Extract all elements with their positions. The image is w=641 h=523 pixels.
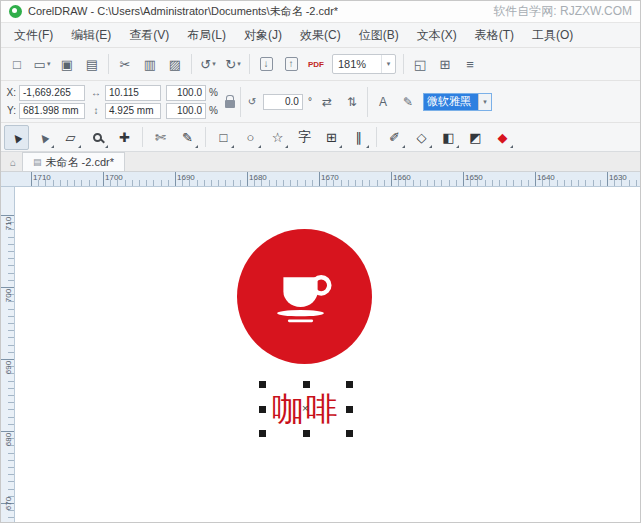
home-icon[interactable]: ⌂ xyxy=(4,153,22,171)
mirror-vertical-button[interactable]: ⇅ xyxy=(342,92,362,112)
menu-tools[interactable]: 工具(O) xyxy=(523,23,582,47)
smart-fill-tool-button[interactable]: ◩ xyxy=(463,125,488,150)
chevron-down-icon[interactable]: ▾ xyxy=(478,94,491,110)
menu-file[interactable]: 文件(F) xyxy=(5,23,62,47)
selected-text-object[interactable]: 咖啡 × xyxy=(263,385,349,433)
menu-bar: 文件(F) 编辑(E) 查看(V) 布局(L) 对象(J) 效果(C) 位图(B… xyxy=(1,23,640,48)
ruler-tick-label: 1630 xyxy=(609,173,627,182)
import-button[interactable]: ↓ xyxy=(254,52,278,76)
zoom-level-select[interactable]: 181% ▾ xyxy=(332,54,396,74)
menu-layout[interactable]: 布局(L) xyxy=(178,23,235,47)
font-list-select[interactable]: 微软雅黑 ▾ xyxy=(423,93,492,111)
vertical-ruler[interactable]: 710 700 690 680 670 xyxy=(1,187,15,523)
scale-y-input[interactable]: 100.0 xyxy=(166,103,206,119)
fullscreen-preview-button[interactable]: ◱ xyxy=(408,52,432,76)
copy-button[interactable]: ▥ xyxy=(138,52,162,76)
zoom-tool-button[interactable] xyxy=(85,125,110,150)
parallel-line-tool-button[interactable]: ∥ xyxy=(346,125,371,150)
ruler-tick-label: 690 xyxy=(4,359,13,377)
show-grid-button[interactable]: ⊞ xyxy=(433,52,457,76)
propbar-separator xyxy=(240,87,241,117)
mirror-horizontal-button[interactable]: ⇄ xyxy=(317,92,337,112)
x-position-input[interactable]: -1,669.265 mm xyxy=(19,85,85,101)
save-floppy-icon: ▣ xyxy=(61,57,73,72)
fill-color-tool-button[interactable]: ◆ xyxy=(490,125,515,150)
ellipse-tool-button[interactable]: ○ xyxy=(238,125,263,150)
coffee-cup-icon xyxy=(260,252,350,342)
ruler-tick-label: 1680 xyxy=(249,173,267,182)
selection-handle[interactable] xyxy=(259,381,266,388)
object-width-input[interactable]: 10.115 mm xyxy=(105,85,161,101)
ruler-tick-label: 1690 xyxy=(177,173,195,182)
menu-view[interactable]: 查看(V) xyxy=(120,23,178,47)
publish-pdf-button[interactable]: PDF xyxy=(304,52,328,76)
options-button[interactable]: ≡ xyxy=(458,52,482,76)
knife-tool-button[interactable]: ✄ xyxy=(148,125,173,150)
propbar-separator xyxy=(367,87,368,117)
toolbox-separator xyxy=(205,127,206,147)
undo-button[interactable]: ↺▾ xyxy=(196,52,220,76)
crop-tool-button[interactable]: ▱ xyxy=(58,125,83,150)
pick-tool-button[interactable]: ▲ xyxy=(4,125,29,150)
polygon-tool-button[interactable]: ☆ xyxy=(265,125,290,150)
eyedropper-tool-button[interactable]: ✐ xyxy=(382,125,407,150)
toolbar-separator xyxy=(108,54,109,74)
menu-text[interactable]: 文本(X) xyxy=(408,23,466,47)
menu-bitmaps[interactable]: 位图(B) xyxy=(350,23,408,47)
scale-group: 100.0 % 100.0 % xyxy=(166,85,218,119)
save-button[interactable]: ▣ xyxy=(55,52,79,76)
print-button[interactable]: ▤ xyxy=(80,52,104,76)
ruler-tick-label: 1660 xyxy=(393,173,411,182)
document-tab-bar: ⌂ ▤ 未命名 -2.cdr* xyxy=(1,152,640,172)
selection-handle[interactable] xyxy=(259,430,266,437)
selection-handle[interactable] xyxy=(303,430,310,437)
drawing-canvas[interactable]: 咖啡 × xyxy=(15,187,640,523)
selection-handle[interactable] xyxy=(346,406,353,413)
lock-ratio-icon[interactable] xyxy=(225,100,235,108)
y-label: Y: xyxy=(6,105,16,116)
export-button[interactable]: ↑ xyxy=(279,52,303,76)
shape-tool-button[interactable]: ▲ xyxy=(31,125,56,150)
rectangle-tool-button[interactable]: □ xyxy=(211,125,236,150)
menu-edit[interactable]: 编辑(E) xyxy=(62,23,120,47)
table-tool-button[interactable]: ⊞ xyxy=(319,125,344,150)
freehand-tool-button[interactable]: ✎ xyxy=(175,125,200,150)
toolbar-separator xyxy=(191,54,192,74)
selection-handle[interactable] xyxy=(346,381,353,388)
magnifier-icon xyxy=(93,133,102,142)
object-height-input[interactable]: 4.925 mm xyxy=(105,103,161,119)
character-formatting-button[interactable]: A xyxy=(373,92,393,112)
text-tool-button[interactable]: 字 xyxy=(292,125,317,150)
rotation-angle-input[interactable]: 0.0 xyxy=(263,94,303,110)
outline-pen-tool-button[interactable]: ◇ xyxy=(409,125,434,150)
open-folder-icon: ▭ xyxy=(34,57,46,72)
y-position-input[interactable]: 681.998 mm xyxy=(19,103,85,119)
horizontal-ruler[interactable]: 1710 1700 1690 1680 1670 1660 1650 1640 … xyxy=(1,172,640,187)
toolbox-separator xyxy=(142,127,143,147)
edit-text-button[interactable]: ✎ xyxy=(398,92,418,112)
toolbar-separator xyxy=(403,54,404,74)
cut-button[interactable]: ✂ xyxy=(113,52,137,76)
position-group: X: -1,669.265 mm Y: 681.998 mm xyxy=(6,85,85,119)
selection-handle[interactable] xyxy=(303,381,310,388)
document-tab[interactable]: ▤ 未命名 -2.cdr* xyxy=(22,152,125,171)
logo-circle[interactable] xyxy=(237,229,372,364)
new-document-button[interactable]: □ xyxy=(5,52,29,76)
selection-handle[interactable] xyxy=(346,430,353,437)
interactive-fill-icon: ◧ xyxy=(442,130,454,145)
paste-icon: ▨ xyxy=(169,57,181,72)
chevron-down-icon[interactable]: ▾ xyxy=(381,55,395,73)
knife-icon: ✄ xyxy=(155,130,166,145)
paste-button[interactable]: ▨ xyxy=(163,52,187,76)
open-button[interactable]: ▭▾ xyxy=(30,52,54,76)
menu-effects[interactable]: 效果(C) xyxy=(291,23,350,47)
menu-object[interactable]: 对象(J) xyxy=(235,23,291,47)
scale-x-input[interactable]: 100.0 xyxy=(166,85,206,101)
redo-button[interactable]: ↻▾ xyxy=(221,52,245,76)
interactive-fill-tool-button[interactable]: ◧ xyxy=(436,125,461,150)
x-label: X: xyxy=(6,87,16,98)
coreldraw-window: CorelDRAW - C:\Users\Administrator\Docum… xyxy=(0,0,641,523)
menu-table[interactable]: 表格(T) xyxy=(466,23,523,47)
pan-tool-button[interactable]: ✚ xyxy=(112,125,137,150)
selection-handle[interactable] xyxy=(259,406,266,413)
